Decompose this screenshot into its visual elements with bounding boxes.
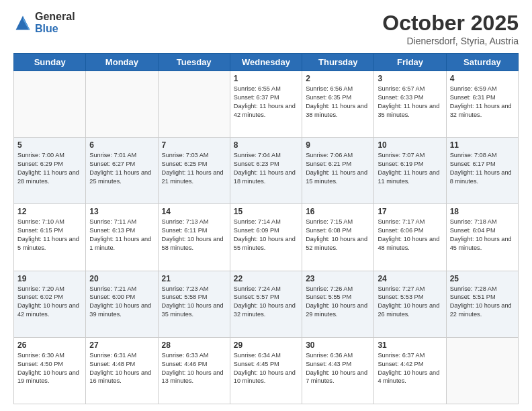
day-number: 24 xyxy=(378,274,442,283)
day-number: 8 xyxy=(234,140,298,150)
table-row: 8Sunrise: 7:04 AMSunset: 6:23 PMDaylight… xyxy=(230,138,302,204)
day-info: Sunrise: 6:55 AMSunset: 6:37 PMDaylight:… xyxy=(234,85,298,120)
day-info: Sunrise: 7:13 AMSunset: 6:11 PMDaylight:… xyxy=(162,218,226,253)
header-thursday: Thursday xyxy=(302,54,374,71)
title-block: October 2025 Dienersdorf, Styria, Austri… xyxy=(382,11,519,46)
table-row: 25Sunrise: 7:28 AMSunset: 5:51 PMDayligh… xyxy=(446,271,518,337)
table-row: 27Sunrise: 6:31 AMSunset: 4:48 PMDayligh… xyxy=(86,337,158,404)
day-number: 18 xyxy=(450,207,515,216)
day-info: Sunrise: 7:23 AMSunset: 5:58 PMDaylight:… xyxy=(162,285,226,320)
table-row: 15Sunrise: 7:14 AMSunset: 6:09 PMDayligh… xyxy=(230,204,302,271)
day-number: 10 xyxy=(378,140,442,150)
table-row: 24Sunrise: 7:27 AMSunset: 5:53 PMDayligh… xyxy=(374,271,446,337)
table-row: 9Sunrise: 7:06 AMSunset: 6:21 PMDaylight… xyxy=(302,138,374,204)
header: General Blue October 2025 Dienersdorf, S… xyxy=(13,11,519,46)
table-row: 21Sunrise: 7:23 AMSunset: 5:58 PMDayligh… xyxy=(158,271,230,337)
day-info: Sunrise: 7:28 AMSunset: 5:51 PMDaylight:… xyxy=(450,285,515,320)
day-info: Sunrise: 7:10 AMSunset: 6:15 PMDaylight:… xyxy=(17,218,82,253)
day-number: 13 xyxy=(89,207,154,216)
header-friday: Friday xyxy=(374,54,446,71)
day-info: Sunrise: 7:20 AMSunset: 6:02 PMDaylight:… xyxy=(17,285,82,320)
day-number: 12 xyxy=(17,207,82,216)
day-number: 1 xyxy=(234,74,298,83)
day-info: Sunrise: 7:21 AMSunset: 6:00 PMDaylight:… xyxy=(89,285,154,320)
day-info: Sunrise: 7:08 AMSunset: 6:17 PMDaylight:… xyxy=(450,151,515,186)
table-row xyxy=(158,71,230,138)
day-number: 21 xyxy=(162,274,226,283)
day-number: 31 xyxy=(378,340,442,350)
table-row xyxy=(446,337,518,404)
day-info: Sunrise: 7:15 AMSunset: 6:08 PMDaylight:… xyxy=(306,218,370,253)
calendar-table: Sunday Monday Tuesday Wednesday Thursday… xyxy=(13,53,519,404)
table-row: 30Sunrise: 6:36 AMSunset: 4:43 PMDayligh… xyxy=(302,337,374,404)
day-number: 5 xyxy=(17,140,82,150)
day-info: Sunrise: 6:37 AMSunset: 4:42 PMDaylight:… xyxy=(378,351,442,386)
table-row: 14Sunrise: 7:13 AMSunset: 6:11 PMDayligh… xyxy=(158,204,230,271)
day-number: 16 xyxy=(306,207,370,216)
day-number: 2 xyxy=(306,74,370,83)
day-info: Sunrise: 6:57 AMSunset: 6:33 PMDaylight:… xyxy=(378,85,442,120)
day-info: Sunrise: 7:18 AMSunset: 6:04 PMDaylight:… xyxy=(450,218,515,253)
table-row: 28Sunrise: 6:33 AMSunset: 4:46 PMDayligh… xyxy=(158,337,230,404)
table-row: 20Sunrise: 7:21 AMSunset: 6:00 PMDayligh… xyxy=(86,271,158,337)
calendar-week-row: 19Sunrise: 7:20 AMSunset: 6:02 PMDayligh… xyxy=(14,271,519,337)
table-row: 13Sunrise: 7:11 AMSunset: 6:13 PMDayligh… xyxy=(86,204,158,271)
table-row: 31Sunrise: 6:37 AMSunset: 4:42 PMDayligh… xyxy=(374,337,446,404)
table-row: 3Sunrise: 6:57 AMSunset: 6:33 PMDaylight… xyxy=(374,71,446,138)
logo-text: General Blue xyxy=(35,11,75,34)
table-row xyxy=(86,71,158,138)
table-row: 7Sunrise: 7:03 AMSunset: 6:25 PMDaylight… xyxy=(158,138,230,204)
table-row: 18Sunrise: 7:18 AMSunset: 6:04 PMDayligh… xyxy=(446,204,518,271)
day-info: Sunrise: 6:30 AMSunset: 4:50 PMDaylight:… xyxy=(17,351,82,386)
day-info: Sunrise: 7:11 AMSunset: 6:13 PMDaylight:… xyxy=(89,218,154,253)
month-title: October 2025 xyxy=(382,11,519,36)
day-info: Sunrise: 7:01 AMSunset: 6:27 PMDaylight:… xyxy=(89,151,154,186)
day-info: Sunrise: 6:59 AMSunset: 6:31 PMDaylight:… xyxy=(450,85,515,120)
day-number: 23 xyxy=(306,274,370,283)
table-row: 29Sunrise: 6:34 AMSunset: 4:45 PMDayligh… xyxy=(230,337,302,404)
day-info: Sunrise: 7:00 AMSunset: 6:29 PMDaylight:… xyxy=(17,151,82,186)
table-row: 22Sunrise: 7:24 AMSunset: 5:57 PMDayligh… xyxy=(230,271,302,337)
header-tuesday: Tuesday xyxy=(158,54,230,71)
day-number: 4 xyxy=(450,74,515,83)
header-wednesday: Wednesday xyxy=(230,54,302,71)
day-number: 20 xyxy=(89,274,154,283)
day-number: 6 xyxy=(89,140,154,150)
calendar-week-row: 26Sunrise: 6:30 AMSunset: 4:50 PMDayligh… xyxy=(14,337,519,404)
table-row: 2Sunrise: 6:56 AMSunset: 6:35 PMDaylight… xyxy=(302,71,374,138)
table-row: 11Sunrise: 7:08 AMSunset: 6:17 PMDayligh… xyxy=(446,138,518,204)
table-row: 5Sunrise: 7:00 AMSunset: 6:29 PMDaylight… xyxy=(14,138,86,204)
header-saturday: Saturday xyxy=(446,54,518,71)
day-number: 27 xyxy=(89,340,154,350)
table-row: 17Sunrise: 7:17 AMSunset: 6:06 PMDayligh… xyxy=(374,204,446,271)
table-row: 12Sunrise: 7:10 AMSunset: 6:15 PMDayligh… xyxy=(14,204,86,271)
day-number: 19 xyxy=(17,274,82,283)
day-number: 28 xyxy=(162,340,226,350)
day-number: 25 xyxy=(450,274,515,283)
location-subtitle: Dienersdorf, Styria, Austria xyxy=(382,36,519,46)
day-number: 29 xyxy=(234,340,298,350)
logo-general: General xyxy=(35,11,75,23)
table-row xyxy=(14,71,86,138)
calendar-week-row: 1Sunrise: 6:55 AMSunset: 6:37 PMDaylight… xyxy=(14,71,519,138)
day-info: Sunrise: 7:26 AMSunset: 5:55 PMDaylight:… xyxy=(306,285,370,320)
day-number: 15 xyxy=(234,207,298,216)
day-info: Sunrise: 7:24 AMSunset: 5:57 PMDaylight:… xyxy=(234,285,298,320)
table-row: 26Sunrise: 6:30 AMSunset: 4:50 PMDayligh… xyxy=(14,337,86,404)
day-number: 9 xyxy=(306,140,370,150)
day-info: Sunrise: 7:14 AMSunset: 6:09 PMDaylight:… xyxy=(234,218,298,253)
table-row: 10Sunrise: 7:07 AMSunset: 6:19 PMDayligh… xyxy=(374,138,446,204)
calendar-week-row: 12Sunrise: 7:10 AMSunset: 6:15 PMDayligh… xyxy=(14,204,519,271)
table-row: 1Sunrise: 6:55 AMSunset: 6:37 PMDaylight… xyxy=(230,71,302,138)
table-row: 4Sunrise: 6:59 AMSunset: 6:31 PMDaylight… xyxy=(446,71,518,138)
logo-blue: Blue xyxy=(35,23,75,35)
day-number: 26 xyxy=(17,340,82,350)
header-monday: Monday xyxy=(86,54,158,71)
logo-icon xyxy=(13,13,32,32)
day-info: Sunrise: 6:31 AMSunset: 4:48 PMDaylight:… xyxy=(89,351,154,386)
table-row: 23Sunrise: 7:26 AMSunset: 5:55 PMDayligh… xyxy=(302,271,374,337)
calendar-week-row: 5Sunrise: 7:00 AMSunset: 6:29 PMDaylight… xyxy=(14,138,519,204)
day-info: Sunrise: 7:27 AMSunset: 5:53 PMDaylight:… xyxy=(378,285,442,320)
header-sunday: Sunday xyxy=(14,54,86,71)
weekday-header-row: Sunday Monday Tuesday Wednesday Thursday… xyxy=(14,54,519,71)
